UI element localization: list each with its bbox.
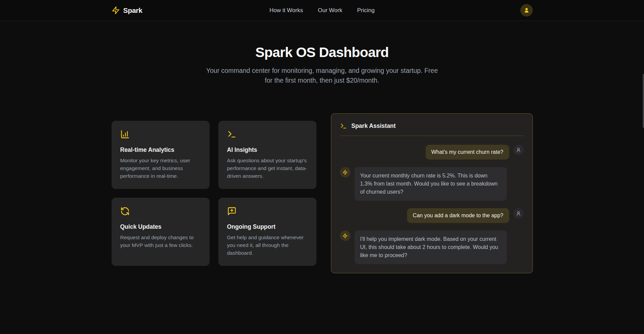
nav-link-our-work[interactable]: Our Work — [318, 7, 342, 14]
chat-header: Spark Assistant — [340, 122, 524, 136]
chat-message-assistant: Your current monthly churn rate is 5.2%.… — [340, 167, 524, 201]
zap-icon — [112, 6, 120, 15]
zap-icon — [342, 233, 348, 239]
feature-card-quick-updates: Quick Updates Request and deploy changes… — [112, 198, 210, 266]
chat-messages: What's my current churn rate? Your curre… — [340, 145, 524, 264]
user-message-bubble: Can you add a dark mode to the app? — [407, 208, 509, 223]
message-square-plus-icon — [227, 206, 308, 216]
hero-section: Spark OS Dashboard Your command center f… — [0, 21, 644, 85]
nav-right — [375, 4, 533, 17]
scrollbar-thumb[interactable] — [643, 74, 644, 128]
user-icon — [516, 211, 521, 216]
assistant-avatar — [340, 167, 350, 177]
user-avatar-button[interactable] — [520, 4, 533, 17]
feature-title: Ongoing Support — [227, 223, 308, 230]
user-icon — [516, 147, 521, 153]
nav-links: How it Works Our Work Pricing — [269, 7, 374, 14]
user-avatar — [513, 145, 524, 155]
assistant-message-bubble: I'll help you implement dark mode. Based… — [355, 230, 507, 264]
feature-card-ai-insights: AI Insights Ask questions about your sta… — [218, 121, 316, 189]
terminal-icon — [227, 130, 308, 139]
main-content: Spark OS Dashboard Your command center f… — [0, 21, 644, 273]
feature-title: AI Insights — [227, 146, 308, 154]
chat-message-user: What's my current churn rate? — [340, 145, 524, 160]
feature-description: Monitor your key metrics, user engagemen… — [120, 157, 201, 180]
brand-logo[interactable]: Spark — [112, 6, 270, 15]
feature-title: Real-time Analytics — [120, 146, 201, 154]
feature-description: Get help and guidance whenever you need … — [227, 234, 308, 257]
chart-column-icon — [120, 130, 201, 139]
zap-icon — [342, 170, 348, 175]
terminal-icon — [340, 122, 347, 130]
chat-title: Spark Assistant — [351, 122, 396, 130]
nav-link-how-it-works[interactable]: How it Works — [269, 7, 303, 14]
assistant-message-bubble: Your current monthly churn rate is 5.2%.… — [355, 167, 507, 201]
user-filled-icon — [523, 7, 530, 13]
top-nav: Spark How it Works Our Work Pricing — [0, 0, 644, 21]
user-avatar — [513, 208, 524, 219]
feature-card-real-time-analytics: Real-time Analytics Monitor your key met… — [112, 121, 210, 189]
feature-card-ongoing-support: Ongoing Support Get help and guidance wh… — [218, 198, 316, 266]
feature-description: Request and deploy changes to your MVP w… — [120, 234, 201, 249]
content-row: Real-time Analytics Monitor your key met… — [112, 113, 533, 273]
feature-title: Quick Updates — [120, 223, 201, 230]
user-message-bubble: What's my current churn rate? — [426, 145, 509, 160]
chat-message-user: Can you add a dark mode to the app? — [340, 208, 524, 223]
feature-description: Ask questions about your startup's perfo… — [227, 157, 308, 180]
features-grid: Real-time Analytics Monitor your key met… — [112, 121, 316, 266]
chat-message-assistant: I'll help you implement dark mode. Based… — [340, 230, 524, 264]
assistant-avatar — [340, 230, 350, 241]
nav-inner: Spark How it Works Our Work Pricing — [112, 0, 533, 21]
brand-name: Spark — [123, 6, 143, 15]
page-title: Spark OS Dashboard — [0, 45, 644, 60]
nav-link-pricing[interactable]: Pricing — [357, 7, 375, 14]
hero-subtitle: Your command center for monitoring, mana… — [206, 66, 438, 85]
spark-assistant-panel: Spark Assistant What's my current churn … — [331, 113, 533, 273]
refresh-icon — [120, 206, 201, 216]
